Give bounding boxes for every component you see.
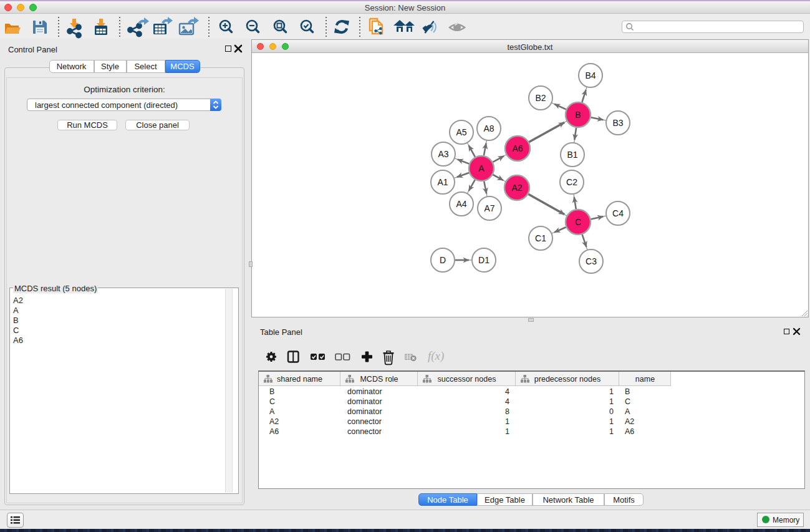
svg-text:C: C bbox=[575, 217, 581, 227]
svg-text:A5: A5 bbox=[456, 127, 466, 137]
svg-text:B: B bbox=[575, 110, 581, 120]
svg-text:A1: A1 bbox=[437, 177, 448, 187]
svg-text:C1: C1 bbox=[535, 233, 546, 243]
svg-text:C2: C2 bbox=[566, 177, 577, 187]
svg-text:C4: C4 bbox=[612, 208, 624, 218]
svg-text:A4: A4 bbox=[456, 199, 466, 209]
svg-text:A6: A6 bbox=[512, 143, 523, 153]
svg-text:C3: C3 bbox=[586, 256, 597, 266]
svg-text:A3: A3 bbox=[438, 149, 448, 159]
svg-text:A2: A2 bbox=[511, 183, 522, 193]
svg-text:B2: B2 bbox=[535, 93, 546, 103]
svg-text:A: A bbox=[478, 163, 485, 173]
svg-text:A8: A8 bbox=[483, 123, 494, 133]
svg-text:A7: A7 bbox=[484, 203, 494, 213]
svg-text:D: D bbox=[440, 255, 446, 265]
svg-text:B1: B1 bbox=[567, 150, 577, 160]
svg-text:B3: B3 bbox=[612, 118, 623, 128]
svg-text:D1: D1 bbox=[478, 255, 489, 265]
svg-text:B4: B4 bbox=[585, 70, 595, 80]
